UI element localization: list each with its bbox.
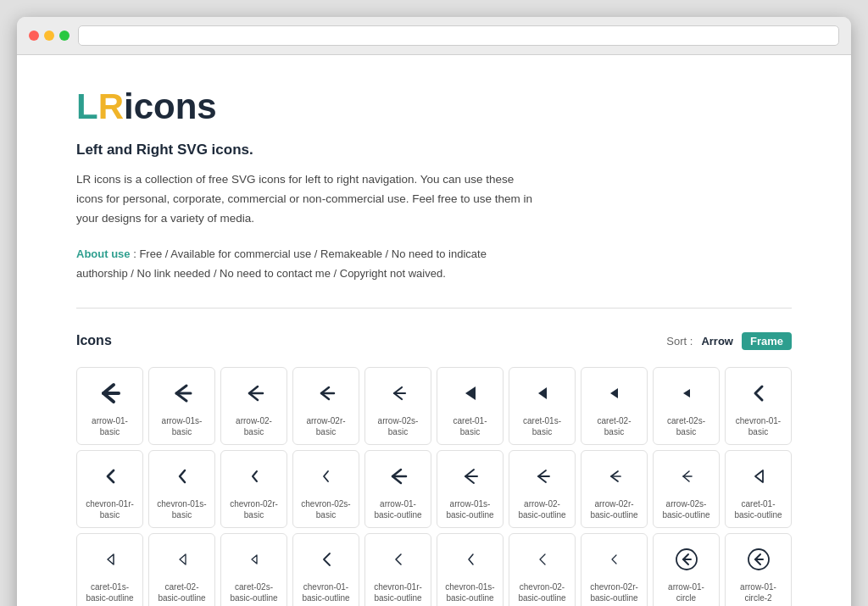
icon-label-arrow-01-basic: arrow-01-basic (92, 415, 128, 437)
icon-label-chevron-01-basic-outline: chevron-01-basic-outline (302, 581, 349, 603)
page-description: LR icons is a collection of free SVG ico… (76, 170, 534, 229)
traffic-lights (29, 31, 70, 41)
logo-r: R (98, 86, 124, 126)
icon-label-arrow-01s-basic: arrow-01s-basic (162, 415, 203, 437)
icon-cell-arrow-02-basic[interactable]: arrow-02-basic (220, 367, 287, 445)
arrow-01-basic-outline-icon (383, 461, 414, 492)
icon-grid-row-1: arrow-01-basic arrow-01s-basic (76, 367, 792, 445)
icon-grid-row-3: caret-01s-basic-outline caret-02-basic-o… (76, 533, 792, 606)
icon-cell-chevron-02r-basic-outline[interactable]: chevron-02r-basic-outline (581, 533, 648, 606)
svg-marker-15 (108, 554, 114, 564)
sort-arrow-button[interactable]: Arrow (701, 335, 733, 347)
caret-02-basic-icon (599, 378, 630, 409)
icon-cell-chevron-01s-basic[interactable]: chevron-01s-basic (148, 450, 215, 528)
icon-label-arrow-01-circle-2: arrow-01-circle-2 (740, 581, 776, 603)
logo: LRicons (76, 89, 792, 125)
icon-label-arrow-02r-basic: arrow-02r-basic (306, 415, 345, 437)
svg-marker-7 (610, 388, 618, 398)
icon-cell-arrow-01-circle[interactable]: arrow-01-circle (653, 533, 720, 606)
icon-label-arrow-01-basic-outline: arrow-01-basic-outline (374, 498, 421, 520)
icon-cell-arrow-01s-basic-outline[interactable]: arrow-01s-basic-outline (437, 450, 504, 528)
icon-label-caret-02-basic: caret-02-basic (597, 415, 631, 437)
icon-cell-arrow-02s-basic-outline[interactable]: arrow-02s-basic-outline (653, 450, 720, 528)
icon-label-arrow-02-basic: arrow-02-basic (236, 415, 272, 437)
icon-label-chevron-01s-basic: chevron-01s-basic (157, 498, 206, 520)
arrow-02s-basic-outline-icon (671, 461, 702, 492)
svg-marker-8 (683, 389, 690, 398)
icon-cell-arrow-02r-basic[interactable]: arrow-02r-basic (292, 367, 359, 445)
arrow-01s-basic-icon (167, 378, 198, 409)
icon-cell-chevron-02r-basic[interactable]: chevron-02r-basic (220, 450, 287, 528)
icon-cell-chevron-01r-basic-outline[interactable]: chevron-01r-basic-outline (364, 533, 431, 606)
chevron-02s-basic-icon (311, 461, 342, 492)
arrow-02-basic-outline-icon (527, 461, 558, 492)
icon-cell-caret-02-basic-outline[interactable]: caret-02-basic-outline (148, 533, 215, 606)
icon-cell-chevron-01-basic-outline[interactable]: chevron-01-basic-outline (292, 533, 359, 606)
icon-cell-caret-02-basic[interactable]: caret-02-basic (581, 367, 648, 445)
icon-cell-caret-01-basic[interactable]: caret-01-basic (437, 367, 504, 445)
traffic-light-yellow[interactable] (44, 31, 54, 41)
browser-window: LRicons Left and Right SVG icons. LR ico… (17, 17, 851, 606)
icon-label-caret-02-basic-outline: caret-02-basic-outline (158, 581, 205, 603)
icon-label-chevron-01r-basic-outline: chevron-01r-basic-outline (374, 581, 422, 603)
traffic-light-green[interactable] (59, 31, 70, 41)
icon-cell-arrow-02s-basic[interactable]: arrow-02s-basic (364, 367, 431, 445)
icon-cell-arrow-01-basic-outline[interactable]: arrow-01-basic-outline (364, 450, 431, 528)
chevron-01s-basic-icon (167, 461, 198, 492)
icon-cell-arrow-01-circle-2[interactable]: arrow-01-circle-2 (725, 533, 792, 606)
icon-cell-chevron-02-basic-outline[interactable]: chevron-02-basic-outline (509, 533, 576, 606)
icon-label-arrow-02s-basic: arrow-02s-basic (378, 415, 419, 437)
caret-02-basic-outline-icon (167, 544, 198, 575)
icon-cell-chevron-01-basic[interactable]: chevron-01-basic (725, 367, 792, 445)
icon-cell-caret-01s-basic[interactable]: caret-01s-basic (509, 367, 576, 445)
address-bar[interactable] (78, 25, 839, 46)
icon-label-caret-01-basic-outline: caret-01-basic-outline (734, 498, 782, 520)
arrow-01-circle-2-icon (743, 544, 774, 575)
icon-cell-caret-02s-basic-outline[interactable]: caret-02s-basic-outline (220, 533, 287, 606)
icon-cell-arrow-01-basic[interactable]: arrow-01-basic (76, 367, 143, 445)
icon-label-caret-01-basic: caret-01-basic (453, 415, 487, 437)
chevron-02-basic-outline-icon (527, 544, 558, 575)
svg-marker-16 (180, 554, 186, 564)
caret-01s-basic-outline-icon (95, 544, 125, 575)
chevron-01-basic-outline-icon (311, 544, 342, 575)
icon-cell-caret-01s-basic-outline[interactable]: caret-01s-basic-outline (76, 533, 143, 606)
about-use-text: : Free / Available for commercial use / … (76, 247, 487, 280)
icon-cell-arrow-02-basic-outline[interactable]: arrow-02-basic-outline (509, 450, 576, 528)
caret-01-basic-icon (455, 378, 486, 409)
traffic-light-red[interactable] (29, 31, 39, 41)
caret-02s-basic-outline-icon (239, 544, 270, 575)
caret-02s-basic-icon (671, 378, 702, 409)
icon-label-arrow-01-circle: arrow-01-circle (668, 581, 704, 603)
icon-label-arrow-02-basic-outline: arrow-02-basic-outline (518, 498, 565, 520)
icon-label-caret-01s-basic-outline: caret-01s-basic-outline (86, 581, 133, 603)
chevron-01s-basic-outline-icon (455, 544, 486, 575)
icon-cell-arrow-01s-basic[interactable]: arrow-01s-basic (148, 367, 215, 445)
logo-icons: icons (124, 86, 217, 126)
icons-section-header: Icons Sort : Arrow Frame (76, 332, 792, 350)
sort-frame-button[interactable]: Frame (742, 332, 792, 350)
chevron-02r-basic-icon (239, 461, 270, 492)
icon-label-arrow-02s-basic-outline: arrow-02s-basic-outline (662, 498, 709, 520)
icon-cell-arrow-02r-basic-outline[interactable]: arrow-02r-basic-outline (581, 450, 648, 528)
icon-label-chevron-02-basic-outline: chevron-02-basic-outline (518, 581, 565, 603)
icon-cell-chevron-01r-basic[interactable]: chevron-01r-basic (76, 450, 143, 528)
svg-marker-17 (252, 555, 257, 564)
icon-grid-row-2: chevron-01r-basic chevron-01s-basic (76, 450, 792, 528)
sort-controls: Sort : Arrow Frame (666, 332, 792, 350)
svg-marker-14 (755, 470, 763, 482)
icons-title: Icons (76, 333, 112, 348)
about-use-link[interactable]: About use (76, 247, 131, 260)
page-subtitle: Left and Right SVG icons. (76, 142, 792, 158)
section-divider (76, 308, 792, 309)
arrow-01s-basic-outline-icon (455, 461, 486, 492)
icon-cell-caret-01-basic-outline[interactable]: caret-01-basic-outline (725, 450, 792, 528)
icon-label-caret-01s-basic: caret-01s-basic (523, 415, 561, 437)
icon-label-chevron-01r-basic: chevron-01r-basic (86, 498, 134, 520)
arrow-01-circle-icon (671, 544, 702, 575)
icon-cell-chevron-02s-basic[interactable]: chevron-02s-basic (292, 450, 359, 528)
chevron-01r-basic-outline-icon (383, 544, 414, 575)
icon-cell-chevron-01s-basic-outline[interactable]: chevron-01s-basic-outline (437, 533, 504, 606)
icon-cell-caret-02s-basic[interactable]: caret-02s-basic (653, 367, 720, 445)
icon-label-arrow-02r-basic-outline: arrow-02r-basic-outline (590, 498, 637, 520)
